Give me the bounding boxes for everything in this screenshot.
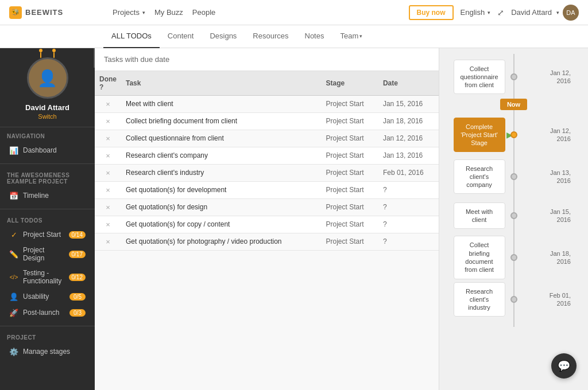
language-selector[interactable]: English ▾ <box>461 8 491 17</box>
manage-stages-icon: ⚙️ <box>9 347 18 356</box>
task-name-8: Get quotation(s) for photography / video… <box>121 233 321 251</box>
task-name-5: Get quotation(s) for development <box>121 182 321 199</box>
navigation-section: NAVIGATION 📊 Dashboard <box>0 127 95 161</box>
logo-icon: 🐝 <box>9 6 22 19</box>
done-cell-7: × <box>95 216 121 233</box>
task-table: Done ? Task Stage Date × Meet with clien… <box>95 71 439 390</box>
antenna-right <box>53 52 55 58</box>
post-launch-icon: 🚀 <box>9 308 18 317</box>
table-row: × Collect questionnaire from client Proj… <box>95 130 439 147</box>
antenna-decoration <box>29 52 67 58</box>
timeline-panel: Collect questionnaire from client Jan 12… <box>439 48 588 390</box>
stage-cell-3: Project Start <box>321 147 378 165</box>
sidebar-switch-link[interactable]: Switch <box>38 113 56 120</box>
table-row: × Research client's company Project Star… <box>95 147 439 165</box>
timeline-item-4: Collect briefing document from client Ja… <box>451 237 577 278</box>
nav-projects[interactable]: Projects ▾ <box>113 8 145 17</box>
sidebar-item-project-start[interactable]: ✓ Project Start 0/14 <box>7 227 88 242</box>
timeline-dot-1 <box>510 73 517 80</box>
tab-designs[interactable]: Designs <box>202 25 245 48</box>
table-row: × Get quotation(s) for design Project St… <box>95 199 439 216</box>
x-icon-5[interactable]: × <box>106 186 110 194</box>
date-cell-2: Jan 12, 2016 <box>378 130 439 147</box>
project-start-label: Project Start <box>23 231 64 239</box>
dashboard-icon: 📊 <box>9 146 18 155</box>
lang-caret: ▾ <box>488 10 490 15</box>
done-cell-4: × <box>95 165 121 182</box>
x-icon-3[interactable]: × <box>106 151 110 160</box>
post-launch-label: Post-launch <box>23 309 65 317</box>
task-panel-header: Tasks with due date <box>95 48 439 71</box>
sidebar-item-timeline[interactable]: 📅 Timeline <box>7 188 88 203</box>
task-panel: Tasks with due date Done ? Task Stage Da… <box>95 48 439 390</box>
x-icon-8[interactable]: × <box>106 237 110 246</box>
table-row: × Get quotation(s) for development Proje… <box>95 182 439 199</box>
user-menu[interactable]: David Attard ▾ DA <box>511 5 579 21</box>
task-name-6: Get quotation(s) for design <box>121 199 321 216</box>
tab-notes[interactable]: Notes <box>297 25 332 48</box>
sidebar-collapse-button[interactable]: ◀ <box>94 48 95 68</box>
tasks-table: Done ? Task Stage Date × Meet with clien… <box>95 71 439 251</box>
sidebar-item-project-design[interactable]: ✏️ Project Design 0/17 <box>7 243 88 265</box>
navigation-title: NAVIGATION <box>7 133 88 139</box>
sidebar-item-testing[interactable]: </> Testing - Functionality 0/12 <box>7 266 88 288</box>
timeline-card-2: Research client's company <box>454 159 505 194</box>
timeline-date-5: Feb 01,2016 <box>550 291 571 308</box>
done-cell-3: × <box>95 147 121 165</box>
timeline-dot-complete <box>510 131 517 138</box>
buy-now-button[interactable]: Buy now <box>409 5 454 20</box>
tab-team[interactable]: Team ▾ <box>332 25 370 48</box>
sidebar-item-usability[interactable]: 👤 Usability 0/5 <box>7 289 88 304</box>
stage-cell-0: Project Start <box>321 96 378 113</box>
nav-people[interactable]: People <box>192 8 215 17</box>
timeline-card-4: Collect briefing document from client <box>454 236 505 279</box>
x-icon-0[interactable]: × <box>106 100 110 108</box>
table-row: × Get quotation(s) for copy / content Pr… <box>95 216 439 233</box>
x-icon-4[interactable]: × <box>106 169 110 177</box>
x-icon-6[interactable]: × <box>106 203 110 212</box>
project-design-label: Project Design <box>23 246 64 262</box>
x-icon-7[interactable]: × <box>106 220 110 229</box>
divider-3 <box>0 326 95 326</box>
timeline-date-2: Jan 13,2016 <box>550 169 571 185</box>
stage-cell-5: Project Start <box>321 182 378 199</box>
testing-icon: </> <box>9 272 18 282</box>
sidebar-item-dashboard[interactable]: 📊 Dashboard <box>7 143 88 158</box>
sidebar-item-post-launch[interactable]: 🚀 Post-launch 0/3 <box>7 305 88 320</box>
now-button[interactable]: Now <box>500 99 527 110</box>
tab-content[interactable]: Content <box>160 25 202 48</box>
main-layout: ◀ 👤 David Attard Switch NAVIGATION 📊 Das… <box>0 48 588 390</box>
stage-cell-8: Project Start <box>321 233 378 251</box>
top-nav: 🐝 BEEWITS Projects ▾ My Buzz People Buy … <box>0 0 588 25</box>
nav-my-buzz[interactable]: My Buzz <box>154 8 183 17</box>
tab-resources[interactable]: Resources <box>245 25 296 48</box>
date-cell-7: ? <box>378 216 439 233</box>
timeline-card-5: Research client's industry <box>454 282 505 317</box>
stage-cell-6: Project Start <box>321 199 378 216</box>
date-cell-0: Jan 15, 2016 <box>378 96 439 113</box>
stage-cell-1: Project Start <box>321 113 378 130</box>
sidebar-item-manage-stages[interactable]: ⚙️ Manage stages <box>7 344 88 359</box>
timeline-container: Collect questionnaire from client Jan 12… <box>439 54 588 327</box>
antenna-left <box>40 52 41 58</box>
x-icon-2[interactable]: × <box>106 134 110 143</box>
task-name-7: Get quotation(s) for copy / content <box>121 216 321 233</box>
expand-button[interactable]: ⤢ <box>497 8 504 17</box>
col-done: Done ? <box>95 71 121 96</box>
x-icon-1[interactable]: × <box>106 117 110 126</box>
tab-all-todos[interactable]: ALL TODOs <box>103 25 160 48</box>
chat-bubble[interactable]: 💬 <box>551 353 577 379</box>
project-manage-section: PROJECT ⚙️ Manage stages <box>0 329 95 362</box>
project-start-icon: ✓ <box>9 230 18 239</box>
col-stage: Stage <box>321 71 378 96</box>
stage-cell-4: Project Start <box>321 165 378 182</box>
project-start-badge: 0/14 <box>69 231 86 239</box>
timeline-dot-5 <box>510 296 517 303</box>
project-design-badge: 0/17 <box>69 251 86 258</box>
done-cell-1: × <box>95 113 121 130</box>
project-title: THE AWESOMENESS EXAMPLE PROJECT <box>7 172 88 185</box>
usability-badge: 0/5 <box>69 293 86 301</box>
date-cell-6: ? <box>378 199 439 216</box>
usability-icon: 👤 <box>9 292 18 301</box>
done-cell-2: × <box>95 130 121 147</box>
